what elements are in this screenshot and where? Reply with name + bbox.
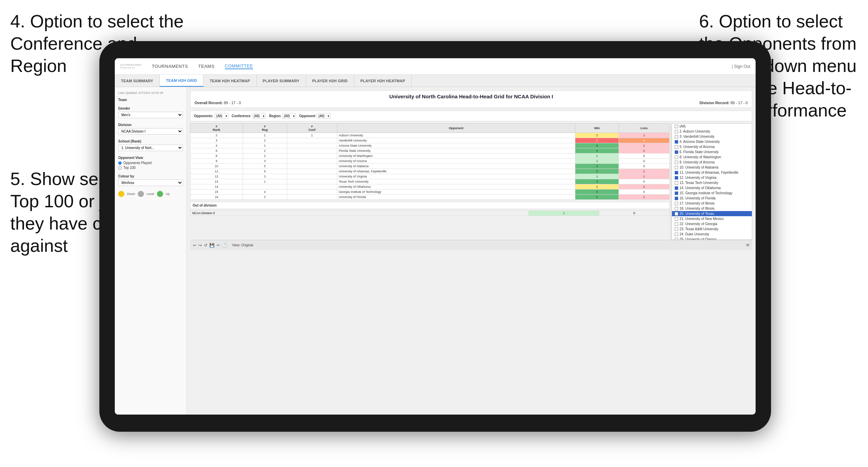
- dropdown-item-21[interactable]: 21. University of New Mexico: [672, 216, 752, 221]
- radio-top100[interactable]: Top 100: [118, 166, 183, 170]
- checkbox-13[interactable]: [675, 181, 678, 185]
- division-label: Division: [118, 123, 183, 127]
- checkbox-4[interactable]: [675, 140, 678, 144]
- undo-btn[interactable]: ↩: [193, 243, 196, 248]
- table-row: 3 2 Vanderbilt University 0 4: [191, 138, 670, 143]
- checkbox-7[interactable]: [675, 156, 678, 159]
- dropdown-item-24[interactable]: 24. Duke University: [672, 232, 752, 237]
- dropdown-item-20[interactable]: 20. University of Texas: [672, 211, 752, 216]
- checkbox-10[interactable]: [675, 166, 678, 169]
- dropdown-item-4[interactable]: 4. Arizona State University: [672, 139, 752, 144]
- tab-player-h2h-grid[interactable]: PLAYER H2H GRID: [306, 75, 354, 87]
- dropdown-item-13[interactable]: 13. Texas Tech University: [672, 180, 752, 185]
- checkbox-5[interactable]: [675, 145, 678, 149]
- dropdown-item-23[interactable]: 23. Texas A&M University: [672, 226, 752, 232]
- nav-menu: TOURNAMENTS TEAMS COMMITTEE: [152, 63, 732, 69]
- checkbox-3[interactable]: [675, 135, 678, 138]
- checkbox-22[interactable]: [675, 222, 678, 226]
- checkbox-24[interactable]: [675, 233, 678, 236]
- main-content: Last Updated: 4/7/2024 16:55:38 Team Gen…: [115, 87, 756, 415]
- crop-btn[interactable]: ✂: [217, 243, 220, 248]
- dropdown-item-15[interactable]: 15. Georgia Institute of Technology: [672, 191, 752, 196]
- dropdown-item-16[interactable]: 16. University of Florida: [672, 196, 752, 201]
- gender-label: Gender: [118, 107, 183, 110]
- dropdown-item-11[interactable]: 11. University of Arkansas, Fayetteville: [672, 170, 752, 175]
- sign-out-link[interactable]: | Sign Out: [732, 64, 750, 69]
- conference-select-wrap: (All): [252, 113, 266, 119]
- checkbox-14[interactable]: [675, 186, 678, 190]
- checkbox-11[interactable]: [675, 171, 678, 174]
- checkbox-25[interactable]: [675, 238, 678, 240]
- last-updated: Last Updated: 4/7/2024 16:55:38: [118, 91, 183, 95]
- dropdown-item-12[interactable]: 12. University of Virginia: [672, 175, 752, 180]
- opponent-select[interactable]: (All): [317, 113, 330, 119]
- radio-dot-top100: [118, 166, 122, 170]
- checkbox-2[interactable]: [675, 130, 678, 133]
- checkbox-21[interactable]: [675, 217, 678, 221]
- tab-team-summary[interactable]: TEAM SUMMARY: [115, 75, 160, 87]
- checkbox-6[interactable]: [675, 150, 678, 154]
- checkbox-12[interactable]: [675, 176, 678, 180]
- colour-legend: Down Level Up: [118, 191, 183, 197]
- dropdown-item-5[interactable]: 5. University of Arizona: [672, 144, 752, 149]
- nav-teams[interactable]: TEAMS: [198, 64, 215, 69]
- tab-team-h2h-heatmap[interactable]: TEAM H2H HEATMAP: [204, 75, 257, 87]
- dropdown-item-22[interactable]: 22. University of Georgia: [672, 221, 752, 226]
- opponent-dropdown-panel[interactable]: (All) 2. Auburn University 3. Vanderbilt…: [672, 123, 752, 240]
- checkbox-9[interactable]: [675, 161, 678, 164]
- sidebar-team-section: Team: [118, 98, 183, 102]
- col-loss: Loss: [619, 124, 670, 133]
- checkbox-20[interactable]: [675, 212, 678, 216]
- checkbox-18[interactable]: [675, 207, 678, 210]
- region-select[interactable]: (All): [282, 113, 296, 119]
- table-row: 15 4 Georgia Institute of Technology 5 0: [191, 189, 670, 195]
- dropdown-item-all[interactable]: (All): [672, 124, 752, 129]
- dropdown-item-25[interactable]: 25. University of Oregon: [672, 237, 752, 240]
- checkbox-all[interactable]: [675, 125, 678, 128]
- table-row: 13 1 Texas Tech University 3 0: [191, 179, 670, 184]
- table-row: 6 2 Florida State University 4 2: [191, 148, 670, 153]
- table-row: 16 2 University of Florida 5 1: [191, 195, 670, 200]
- dropdown-item-17[interactable]: 17. University of Illinois: [672, 201, 752, 206]
- col-rank: #Rank: [191, 124, 243, 133]
- colour-select[interactable]: Win/loss: [118, 180, 183, 186]
- dropdown-item-14[interactable]: 14. University of Oklahoma: [672, 185, 752, 191]
- checkbox-16[interactable]: [675, 197, 678, 200]
- sidebar-school-section: School (Rank) 1. University of Nort...: [118, 139, 183, 151]
- table-row: 12 3 University of Virginia 1 1: [191, 174, 670, 179]
- dropdown-item-3[interactable]: 3. Vanderbilt University: [672, 134, 752, 139]
- radio-opponents-played[interactable]: Opponents Played: [118, 161, 183, 165]
- checkbox-15[interactable]: [675, 192, 678, 195]
- opponents-select-wrap: (All): [215, 113, 228, 119]
- conference-select[interactable]: (All): [252, 113, 266, 119]
- dropdown-item-7[interactable]: 8. University of Washington: [672, 155, 752, 160]
- table-row: 2 1 1 Auburn University 2 1: [191, 133, 670, 138]
- tab-player-h2h-heatmap[interactable]: PLAYER H2H HEATMAP: [354, 75, 412, 87]
- checkbox-17[interactable]: [675, 202, 678, 205]
- opponent-select-wrap: (All): [317, 113, 330, 119]
- tab-team-h2h-grid[interactable]: TEAM H2H GRID: [160, 75, 204, 87]
- radio-dot-opponents: [118, 161, 122, 165]
- school-select[interactable]: 1. University of Nort...: [118, 145, 183, 151]
- dropdown-item-10[interactable]: 10. University of Alabama: [672, 165, 752, 170]
- tab-player-summary[interactable]: PLAYER SUMMARY: [257, 75, 306, 87]
- refresh-btn[interactable]: ↺: [204, 243, 207, 248]
- content-area: #Rank #Reg #Conf Opponent Win Loss: [190, 123, 752, 240]
- checkbox-23[interactable]: [675, 228, 678, 231]
- conference-filter: Conference (All): [232, 113, 266, 119]
- gender-select[interactable]: Men's: [118, 112, 183, 118]
- nav-committee[interactable]: COMMITTEE: [225, 63, 253, 69]
- region-filter: Region (All): [269, 113, 296, 119]
- dropdown-item-2[interactable]: 2. Auburn University: [672, 129, 752, 134]
- clock-btn[interactable]: 🕐: [222, 243, 227, 248]
- redo-btn[interactable]: ↪: [198, 243, 202, 248]
- bottom-toolbar: ↩ ↪ ↺ 💾 ✂ 🕐 View: Original W: [190, 240, 752, 250]
- dropdown-item-9[interactable]: 9. University of Arizona: [672, 160, 752, 165]
- opponents-select[interactable]: (All): [215, 113, 228, 119]
- nav-tournaments[interactable]: TOURNAMENTS: [152, 64, 188, 69]
- division-select[interactable]: NCAA Division I: [118, 128, 183, 135]
- save-btn[interactable]: 💾: [209, 243, 215, 248]
- dropdown-item-6[interactable]: 6. Florida State University: [672, 149, 752, 155]
- dropdown-item-18[interactable]: 18. University of Illinois: [672, 206, 752, 211]
- col-opponent: Opponent: [337, 124, 575, 133]
